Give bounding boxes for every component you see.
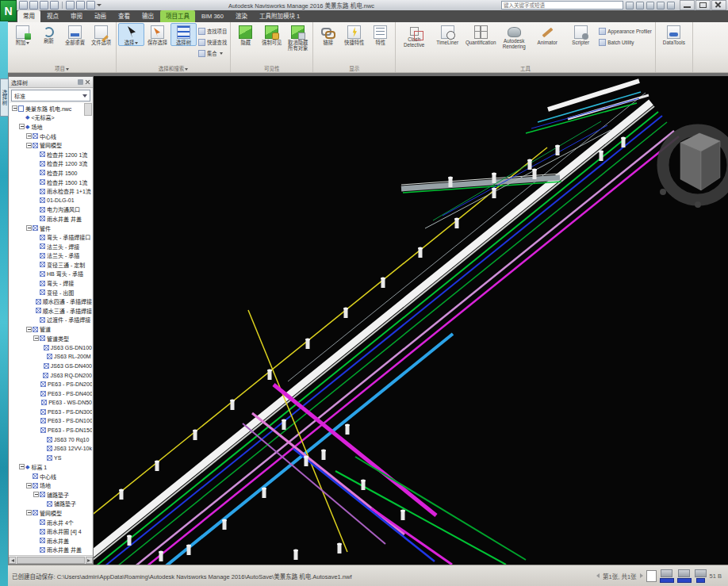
pipe-run[interactable] xyxy=(548,81,639,109)
tree-item[interactable]: PE63 - PS-DN150 xyxy=(10,426,92,435)
print-icon[interactable] xyxy=(50,1,59,10)
tree-item[interactable]: 顺水四通 - 承插焊接 xyxy=(10,297,92,306)
manhole-cylinder[interactable] xyxy=(599,150,603,161)
help-icon[interactable] xyxy=(667,2,675,10)
expander-icon[interactable] xyxy=(26,143,32,148)
manhole-cylinder[interactable] xyxy=(400,509,405,520)
expander-icon[interactable] xyxy=(26,225,32,231)
expander-icon[interactable] xyxy=(19,464,25,469)
close-icon[interactable] xyxy=(85,79,90,85)
next-sheet-icon[interactable] xyxy=(640,573,643,578)
tree-item[interactable]: 检查井 1500 1流 xyxy=(10,178,92,187)
manhole-cylinder[interactable] xyxy=(230,399,235,410)
manhole-cylinder[interactable] xyxy=(267,369,272,380)
manhole-cylinder[interactable] xyxy=(345,423,350,435)
tree-item[interactable]: 管道 xyxy=(10,324,92,334)
save-icon[interactable] xyxy=(40,1,48,10)
tree-item[interactable]: 雨水检查井 1+1流 xyxy=(10,186,92,196)
button-隐藏[interactable]: 隐藏 xyxy=(232,23,259,46)
manhole-cylinder[interactable] xyxy=(448,176,453,187)
pipe-run[interactable] xyxy=(433,121,601,220)
button-取消隐藏 所有对象[interactable]: 取消隐藏 所有对象 xyxy=(285,23,311,52)
expander-icon[interactable] xyxy=(26,133,32,139)
tree-vscrollbar[interactable] xyxy=(84,103,92,116)
manhole-cylinder[interactable] xyxy=(492,187,496,198)
tree-item[interactable]: JS63 12VV-10k xyxy=(10,444,92,454)
tab-动画[interactable]: 动画 xyxy=(89,10,112,22)
tree-item[interactable]: ◆场地 xyxy=(10,122,92,132)
tab-输出[interactable]: 输出 xyxy=(136,10,159,22)
tree-item[interactable]: 变径三通 - 定制 xyxy=(10,260,92,270)
tree-item[interactable]: 管网模型 xyxy=(10,508,92,518)
manhole-cylinder[interactable] xyxy=(381,277,385,288)
tab-常用[interactable]: 常用 xyxy=(17,10,40,22)
tree-mode-dropdown[interactable]: 标准 xyxy=(11,90,90,101)
tree-item[interactable]: JS63 RL-200M xyxy=(10,352,92,362)
manhole-cylinder[interactable] xyxy=(305,338,310,349)
tree-item[interactable]: JS63 70 Rq10 xyxy=(10,435,92,444)
manhole-cylinder[interactable] xyxy=(282,419,286,430)
tree-item[interactable]: 中心线 xyxy=(10,132,92,141)
dock-tab-selection-tree[interactable]: 选择树 xyxy=(0,79,9,117)
expander-icon[interactable] xyxy=(26,483,32,488)
tree-item[interactable]: 管件 xyxy=(10,224,92,233)
group-label[interactable]: 项目 xyxy=(8,64,116,72)
pipe-run[interactable] xyxy=(94,147,547,516)
tree-item[interactable]: 法兰头 - 承插 xyxy=(10,251,92,261)
tab-视点[interactable]: 视点 xyxy=(41,10,64,22)
button-查找项目[interactable]: 查找项目 xyxy=(197,26,228,36)
tab-渲染[interactable]: 渲染 xyxy=(230,10,253,22)
select-arrow-icon[interactable] xyxy=(86,1,95,10)
pipe-run[interactable] xyxy=(94,116,662,565)
manhole-cylinder[interactable] xyxy=(222,519,227,530)
manhole-cylinder[interactable] xyxy=(555,144,560,155)
scroll-thumb[interactable] xyxy=(17,557,85,564)
manhole-cylinder[interactable] xyxy=(186,544,191,555)
manhole-cylinder[interactable] xyxy=(527,159,532,170)
expander-icon[interactable] xyxy=(26,327,32,332)
scroll-right-icon[interactable] xyxy=(86,557,93,564)
manhole-cylinder[interactable] xyxy=(343,307,348,318)
button-刷新[interactable]: 刷新 xyxy=(36,23,62,44)
tree-item[interactable]: 管道类型 xyxy=(10,334,92,343)
tree-item[interactable]: 雨水井盖 xyxy=(10,536,92,546)
viewport-3d[interactable] xyxy=(94,76,728,565)
pipe-run[interactable] xyxy=(288,93,646,381)
pipe-run[interactable] xyxy=(94,136,679,565)
manhole-cylinder[interactable] xyxy=(159,550,163,561)
tree-item[interactable]: 管网模型 xyxy=(10,140,92,150)
tree-item[interactable]: PE63 - WS-DN50 xyxy=(10,398,92,408)
tree-item[interactable]: 铺路垫子 xyxy=(10,500,92,509)
manhole-cylinder[interactable] xyxy=(418,247,423,258)
button-文件选项[interactable]: 文件选项 xyxy=(88,23,114,46)
tab-审阅[interactable]: 审阅 xyxy=(65,10,88,22)
tree-item[interactable]: PE63 - PS-DN200 xyxy=(10,380,92,389)
favorites-icon[interactable] xyxy=(636,2,644,10)
open-icon[interactable] xyxy=(29,1,38,10)
button-Animator[interactable]: Animator xyxy=(531,23,564,46)
tree-item[interactable]: YS xyxy=(10,454,92,463)
manhole-cylinder[interactable] xyxy=(361,479,366,490)
scroll-left-icon[interactable] xyxy=(9,557,16,564)
manhole-cylinder[interactable] xyxy=(119,488,124,500)
tree-item[interactable]: 美景东路 机电.nwc xyxy=(10,104,92,113)
tree-item[interactable]: 雨水井盖 井盖 xyxy=(10,546,92,555)
home-icon[interactable] xyxy=(646,2,654,10)
tree-item[interactable]: ◆标高 1 xyxy=(10,462,92,472)
tree-item[interactable]: 雨水井圈 [4] 4 xyxy=(10,527,92,536)
undo-icon[interactable] xyxy=(66,1,75,10)
tree-item[interactable]: PE63 - PS-DN300 xyxy=(10,408,92,417)
minimize-button[interactable] xyxy=(680,0,695,10)
pipe-run[interactable] xyxy=(293,449,435,561)
button-保存选择[interactable]: 保存选择 xyxy=(144,23,171,46)
manhole-cylinder[interactable] xyxy=(492,172,496,183)
tree-item[interactable]: ◆<无标高> xyxy=(10,113,92,123)
manhole-cylinder[interactable] xyxy=(337,542,342,553)
button-附加[interactable]: 附加 xyxy=(10,23,36,46)
tree-item[interactable]: 过渡件 - 承插焊接 xyxy=(10,316,92,325)
pipe-run[interactable] xyxy=(371,508,452,565)
tree-item[interactable]: JS63 GS-DN400 xyxy=(10,362,92,371)
manhole-cylinder[interactable] xyxy=(454,217,459,228)
button-链接[interactable]: 链接 xyxy=(315,23,341,46)
close-button[interactable] xyxy=(711,0,726,10)
